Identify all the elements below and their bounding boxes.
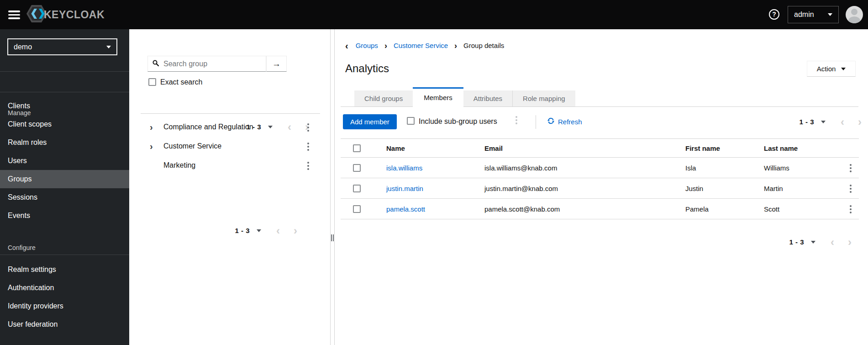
action-dropdown-button[interactable]: Action bbox=[807, 61, 856, 77]
splitter-grip-handle[interactable] bbox=[331, 234, 334, 241]
toolbar-kebab-menu-icon[interactable] bbox=[516, 116, 517, 126]
pagination-range[interactable]: 1 - 3 bbox=[789, 238, 804, 246]
sidebar-item-clients[interactable]: Clients bbox=[0, 97, 129, 115]
include-subgroup-users-label: Include sub-group users bbox=[419, 117, 497, 126]
tab-child-groups[interactable]: Child groups bbox=[354, 90, 413, 106]
column-header-first-name: First name bbox=[685, 139, 720, 158]
tab-attributes[interactable]: Attributes bbox=[463, 90, 512, 106]
section-label-configure: Configure bbox=[8, 244, 36, 251]
row-checkbox[interactable] bbox=[353, 164, 361, 172]
group-search-box bbox=[147, 56, 266, 72]
member-email: isla.williams@knab.com bbox=[484, 158, 557, 178]
nav-configure: Realm settings Authentication Identity p… bbox=[0, 260, 129, 334]
sidebar-item-realm-roles[interactable]: Realm roles bbox=[0, 133, 129, 152]
table-row: justin.martin justin.martin@knab.com Jus… bbox=[341, 178, 859, 199]
group-tree-panel: → Exact search 1 - 3 ‹ › › Compliance an… bbox=[129, 29, 331, 345]
caret-down-icon[interactable] bbox=[257, 229, 261, 232]
chevron-right-icon[interactable]: › bbox=[294, 228, 297, 234]
toolbar-divider bbox=[536, 115, 536, 129]
table-row: isla.williams isla.williams@knab.com Isl… bbox=[341, 158, 859, 178]
chevron-right-icon[interactable]: › bbox=[848, 239, 852, 245]
sidebar-item-client-scopes[interactable]: Client scopes bbox=[0, 115, 129, 133]
table-pagination-bottom: 1 - 3 ‹ › bbox=[789, 238, 852, 246]
breadcrumb-link-groups[interactable]: Groups bbox=[356, 42, 378, 49]
breadcrumb: ‹ Groups › Customer Service › Group deta… bbox=[345, 42, 504, 49]
chevron-left-icon[interactable]: ‹ bbox=[276, 228, 280, 234]
group-name: Compliance and Regulation bbox=[163, 123, 253, 131]
masthead: KEYCLOAK ? admin bbox=[0, 0, 868, 29]
refresh-label: Refresh bbox=[558, 118, 582, 126]
group-row-marketing[interactable]: Marketing bbox=[129, 156, 330, 175]
group-name: Customer Service bbox=[163, 142, 221, 150]
sidebar-item-groups[interactable]: Groups bbox=[0, 170, 129, 188]
tree-pagination-bottom: 1 - 3 ‹ › bbox=[235, 227, 297, 234]
row-checkbox[interactable] bbox=[353, 185, 361, 192]
tab-members[interactable]: Members bbox=[413, 87, 463, 108]
exact-search-label: Exact search bbox=[160, 78, 202, 86]
sidebar-item-users[interactable]: Users bbox=[0, 152, 129, 170]
caret-down-icon bbox=[841, 68, 846, 70]
breadcrumb-link-customer-service[interactable]: Customer Service bbox=[394, 42, 448, 49]
chevron-left-icon[interactable]: ‹ bbox=[841, 119, 844, 125]
pagination-range[interactable]: 1 - 3 bbox=[235, 227, 250, 234]
row-kebab-menu-icon[interactable] bbox=[850, 164, 852, 174]
sidebar-item-authentication[interactable]: Authentication bbox=[0, 279, 129, 297]
expand-chevron-icon[interactable]: › bbox=[150, 142, 153, 151]
realm-select[interactable]: demo bbox=[7, 38, 117, 55]
refresh-button[interactable]: Refresh bbox=[547, 117, 582, 126]
caret-down-icon bbox=[828, 13, 832, 16]
sidebar-item-user-federation[interactable]: User federation bbox=[0, 315, 129, 334]
table-header-row: Name Email First name Last name bbox=[341, 139, 859, 158]
sidebar-item-identity-providers[interactable]: Identity providers bbox=[0, 297, 129, 315]
exact-search-checkbox[interactable] bbox=[148, 78, 156, 86]
search-input[interactable] bbox=[163, 59, 266, 69]
divider bbox=[0, 255, 129, 255]
member-last-name: Williams bbox=[764, 158, 789, 178]
divider bbox=[0, 71, 129, 72]
member-name-link[interactable]: pamela.scott bbox=[386, 199, 425, 219]
kebab-menu-icon[interactable] bbox=[307, 143, 309, 152]
row-kebab-menu-icon[interactable] bbox=[850, 185, 852, 194]
member-first-name: Justin bbox=[685, 178, 703, 199]
add-member-button[interactable]: Add member bbox=[343, 114, 397, 129]
member-email: pamela.scott@knab.com bbox=[484, 199, 560, 219]
username: admin bbox=[794, 11, 828, 19]
member-last-name: Scott bbox=[764, 199, 779, 219]
divider bbox=[0, 92, 129, 92]
chevron-right-icon[interactable]: › bbox=[858, 119, 862, 125]
action-label: Action bbox=[817, 65, 836, 73]
brand-text: KEYCLOAK bbox=[44, 9, 105, 21]
group-row-compliance-and-regulation[interactable]: › Compliance and Regulation bbox=[129, 118, 330, 137]
expand-chevron-icon[interactable]: › bbox=[150, 122, 153, 132]
member-name-link[interactable]: justin.martin bbox=[386, 178, 423, 199]
caret-down-icon[interactable] bbox=[811, 241, 815, 244]
user-menu-dropdown[interactable]: admin bbox=[788, 6, 839, 23]
group-row-customer-service[interactable]: › Customer Service bbox=[129, 137, 330, 156]
row-kebab-menu-icon[interactable] bbox=[850, 205, 852, 215]
keycloak-logo: KEYCLOAK bbox=[26, 5, 105, 24]
kebab-menu-icon[interactable] bbox=[307, 162, 309, 171]
breadcrumb-separator-icon: › bbox=[454, 43, 457, 48]
nav-toggle-hamburger-icon[interactable] bbox=[8, 11, 20, 19]
sidebar-item-events[interactable]: Events bbox=[0, 207, 129, 225]
help-icon[interactable]: ? bbox=[769, 9, 779, 20]
realm-select-value: demo bbox=[14, 43, 106, 51]
kebab-menu-icon[interactable] bbox=[307, 123, 309, 133]
breadcrumb-back-icon[interactable]: ‹ bbox=[345, 42, 348, 49]
page-title: Analytics bbox=[345, 62, 389, 75]
search-submit-button[interactable]: → bbox=[266, 56, 287, 72]
tab-role-mapping[interactable]: Role mapping bbox=[512, 90, 575, 106]
sidebar: demo Manage Clients Client scopes Realm … bbox=[0, 29, 129, 345]
chevron-left-icon[interactable]: ‹ bbox=[831, 239, 834, 245]
sidebar-item-realm-settings[interactable]: Realm settings bbox=[0, 260, 129, 279]
refresh-icon bbox=[547, 117, 554, 126]
pagination-range[interactable]: 1 - 3 bbox=[799, 118, 814, 126]
select-all-checkbox[interactable] bbox=[353, 144, 361, 152]
include-subgroup-users-checkbox[interactable] bbox=[407, 117, 415, 125]
member-name-link[interactable]: isla.williams bbox=[386, 158, 422, 178]
avatar[interactable] bbox=[846, 6, 863, 23]
sidebar-item-sessions[interactable]: Sessions bbox=[0, 188, 129, 207]
row-checkbox[interactable] bbox=[353, 205, 361, 213]
column-header-name: Name bbox=[386, 139, 405, 158]
caret-down-icon[interactable] bbox=[821, 121, 826, 123]
